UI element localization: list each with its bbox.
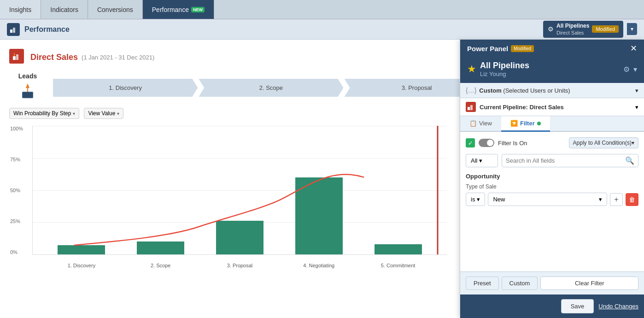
pipeline-row-arrow: ▾: [635, 104, 638, 111]
bar-label-4: 4. Negotiating: [303, 263, 334, 268]
filter-content: ✓ Filter Is On Apply to All Condition(s)…: [460, 132, 644, 271]
filter-toggle-row: ✓ Filter Is On Apply to All Condition(s)…: [466, 137, 638, 148]
view-value-dropdown[interactable]: View Value ▾: [84, 108, 123, 119]
tab-view[interactable]: 📋 View: [460, 116, 501, 132]
apply-dropdown[interactable]: Apply to All Condition(s) ▾: [569, 137, 638, 148]
custom-button[interactable]: Custom: [502, 277, 538, 290]
type-of-sale-label: Type of Sale: [466, 183, 638, 190]
new-badge: NEW: [191, 7, 205, 12]
main-content: Direct Sales (1 Jan 2021 - 31 Dec 2021) …: [0, 40, 644, 318]
tab-filter[interactable]: 🔽 Filter: [501, 116, 550, 132]
power-panel-close-button[interactable]: ✕: [630, 44, 637, 53]
y-axis: 100% 75% 50% 25% 0%: [10, 126, 23, 255]
preset-button[interactable]: Preset: [466, 277, 499, 290]
search-input[interactable]: [506, 157, 625, 164]
view-tab-icon: 📋: [469, 120, 477, 127]
panel-tabs: 📋 View 🔽 Filter: [460, 116, 644, 132]
custom-dropdown-arrow: ▾: [635, 87, 638, 94]
view-value-label: View Value: [88, 110, 115, 117]
power-panel-header: Power Panel Modified ✕: [460, 40, 644, 57]
save-button[interactable]: Save: [561, 299, 594, 313]
apply-dropdown-arrow: ▾: [632, 140, 634, 146]
win-probability-arrow: ▾: [73, 111, 75, 116]
field-selected-label: All: [471, 157, 477, 164]
pipeline-icon: [9, 49, 26, 65]
filter-toggle-switch[interactable]: [479, 139, 494, 147]
y-label-0: 0%: [10, 249, 23, 255]
custom-dropdown-row[interactable]: {…} Custom (Selected Users or Units) ▾: [460, 83, 644, 98]
win-probability-dropdown[interactable]: Win Probability By Step ▾: [9, 108, 79, 119]
panel-pipeline-name: All Pipelines: [480, 61, 623, 71]
search-row: All ▾ 🔍: [466, 154, 638, 167]
panel-chevron-button[interactable]: ▾: [633, 65, 637, 74]
field-select-dropdown[interactable]: All ▾: [466, 154, 498, 167]
logo-icon: [7, 23, 20, 36]
pipeline-selector[interactable]: ⚙ All Pipelines Direct Sales Modified: [543, 21, 623, 38]
conversions-tab-label: Conversions: [97, 6, 133, 13]
svg-rect-3: [16, 54, 18, 60]
filter-tab-icon: 🔽: [510, 120, 518, 127]
tab-performance[interactable]: Performance NEW: [143, 0, 214, 19]
gear-icon: ⚙: [548, 25, 554, 33]
add-condition-button[interactable]: +: [610, 193, 623, 206]
filter-footer: Preset Custom Clear Filter: [460, 271, 644, 294]
current-pipeline-row[interactable]: Current Pipeline: Direct Sales ▾: [460, 98, 644, 116]
y-label-75: 75%: [10, 157, 23, 162]
svg-rect-7: [23, 93, 32, 97]
tab-indicators[interactable]: Indicators: [41, 0, 88, 19]
filter-checkbox[interactable]: ✓: [466, 138, 475, 147]
view-value-arrow: ▾: [117, 111, 119, 116]
condition-label: is: [471, 196, 475, 203]
bar-label-3: 3. Proposal: [227, 263, 253, 268]
insights-tab-label: Insights: [9, 6, 31, 13]
clear-filter-button[interactable]: Clear Filter: [540, 277, 638, 290]
bar-group-5: 5. Commitment: [358, 126, 438, 254]
tab-insights[interactable]: Insights: [0, 0, 41, 19]
bar-label-5: 5. Commitment: [381, 263, 416, 268]
svg-rect-1: [13, 28, 15, 33]
condition-value: New: [493, 196, 505, 203]
y-label-25: 25%: [10, 218, 23, 224]
bar-5: [375, 244, 422, 254]
funnel-step-2: 2. Scope: [199, 79, 343, 97]
bar-4: [295, 177, 343, 254]
pipeline-dropdown-arrow[interactable]: ▾: [627, 23, 637, 35]
panel-pipeline-info: ★ All Pipelines Liz Young ⚙ ▾: [460, 57, 644, 83]
field-select-arrow: ▾: [479, 157, 482, 164]
undo-changes-button[interactable]: Undo Changes: [598, 303, 638, 310]
bar-group-1: 1. Discovery: [42, 126, 121, 254]
y-label-100: 100%: [10, 126, 23, 131]
win-probability-label: Win Probability By Step: [13, 110, 71, 117]
svg-rect-11: [468, 107, 470, 110]
pipeline-date: (1 Jan 2021 - 31 Dec 2021): [82, 54, 154, 61]
chart-inner: 1. Discovery 2. Scope 3. Proposal 4. Neg…: [33, 126, 447, 254]
bar-label-2: 2. Scope: [151, 263, 170, 268]
delete-condition-button[interactable]: 🗑: [626, 193, 638, 206]
bar-group-3: 3. Proposal: [200, 126, 280, 254]
custom-dropdown-select[interactable]: Custom (Selected Users or Units) ▾: [479, 87, 638, 94]
top-navigation: Insights Indicators Conversions Performa…: [0, 0, 644, 19]
leads-label: Leads: [9, 72, 46, 80]
condition-select-arrow: ▾: [477, 196, 480, 203]
bar-group-4: 4. Negotiating: [279, 126, 358, 254]
value-select-arrow: ▾: [599, 196, 602, 203]
value-select[interactable]: New ▾: [488, 193, 607, 206]
panel-gear-button[interactable]: ⚙: [623, 65, 630, 74]
pipeline-row-text: Current Pipeline: Direct Sales: [480, 104, 635, 111]
star-icon: ★: [467, 63, 476, 75]
search-input-box: 🔍: [502, 154, 638, 167]
svg-rect-0: [10, 29, 12, 33]
power-panel-modified-badge: Modified: [511, 45, 534, 52]
pipeline-name: Direct Sales: [30, 53, 78, 62]
search-icon[interactable]: 🔍: [625, 156, 634, 165]
condition-select[interactable]: is ▾: [466, 193, 485, 206]
power-panel: Power Panel Modified ✕ ★ All Pipelines L…: [460, 40, 644, 318]
filter-active-dot: [537, 122, 541, 125]
tab-conversions[interactable]: Conversions: [88, 0, 143, 19]
chart-container: 1. Discovery 2. Scope 3. Proposal 4. Neg…: [32, 126, 447, 255]
opportunity-section: Opportunity Type of Sale is ▾ New ▾ + 🗑: [466, 173, 638, 206]
svg-rect-12: [470, 105, 473, 110]
opportunity-section-label: Opportunity: [466, 173, 638, 180]
funnel-step-1: 1. Discovery: [53, 79, 198, 97]
modified-badge: Modified: [592, 25, 619, 33]
